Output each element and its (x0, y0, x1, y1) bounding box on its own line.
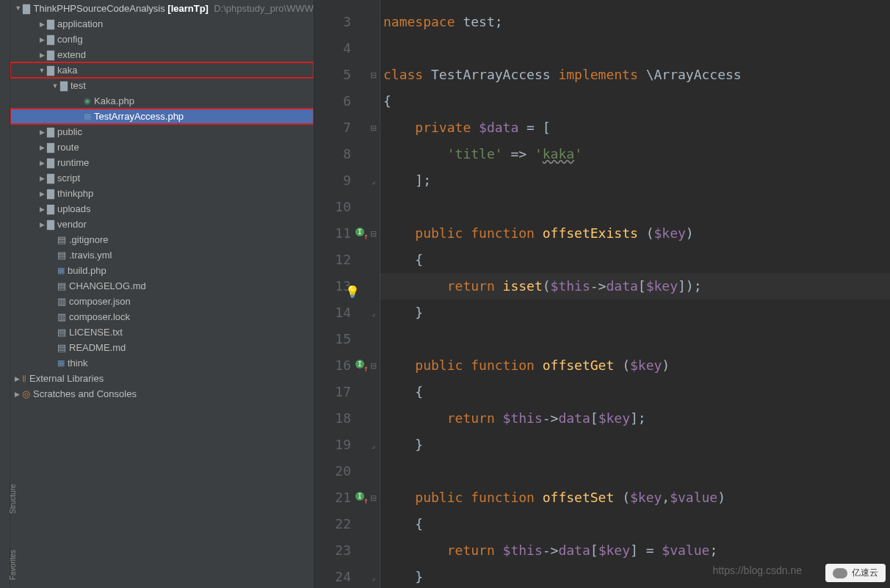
fold-marker[interactable] (367, 273, 380, 300)
tree-item[interactable]: ▶▇script (10, 170, 314, 186)
fold-marker[interactable]: ⌟ (367, 167, 380, 194)
tree-item-label: uploads (57, 203, 91, 214)
tree-item[interactable]: ▶▇application (10, 16, 314, 32)
tree-item[interactable]: ▦build.php (10, 263, 314, 278)
line-number[interactable]: 4 (314, 35, 367, 62)
line-number[interactable]: 20 (314, 458, 367, 484)
code-line[interactable]: 💡 return isset($this->data[$key]); (380, 273, 890, 300)
json-icon: ▥ (57, 296, 66, 307)
line-number[interactable]: 11I↑ (314, 220, 367, 247)
tool-window-bar[interactable]: Structure Favorites (0, 0, 10, 588)
fold-marker[interactable] (367, 458, 380, 484)
fold-marker[interactable] (367, 88, 380, 115)
tree-item[interactable]: ▤README.md (10, 340, 314, 355)
line-number[interactable]: 23 (314, 537, 367, 564)
line-number[interactable]: 12 (314, 247, 367, 273)
fold-marker[interactable]: ⌟ (367, 564, 380, 588)
line-number[interactable]: 10 (314, 194, 367, 220)
fold-marker[interactable] (367, 326, 380, 352)
fold-marker[interactable] (367, 511, 380, 537)
code-line[interactable]: private $data = [ (380, 115, 890, 141)
fold-marker[interactable]: ⊟ (367, 484, 380, 511)
line-number[interactable]: 6 (314, 88, 367, 115)
tree-item[interactable]: ▶▇thinkphp (10, 186, 314, 201)
fold-marker[interactable] (367, 405, 380, 432)
fold-marker[interactable] (367, 247, 380, 273)
code-line[interactable] (380, 458, 890, 484)
tree-item[interactable]: ▤CHANGELOG.md (10, 278, 314, 294)
tree-item[interactable]: ▥composer.json (10, 294, 314, 309)
code-line[interactable]: public function offsetGet ($key) (380, 352, 890, 379)
fold-column[interactable]: ⊟⊟⌟⊟⌟⊟⌟⊟⌟ (367, 0, 380, 588)
code-line[interactable]: return $this->data[$key]; (380, 405, 890, 432)
code-line[interactable]: { (380, 511, 890, 537)
tree-item[interactable]: ▶▇vendor (10, 217, 314, 232)
code-line[interactable]: } (380, 564, 890, 588)
tree-item[interactable]: ▶▇public (10, 124, 314, 139)
fold-marker[interactable] (367, 9, 380, 35)
watermark-url: https://blog.csdn.ne (713, 565, 802, 576)
fold-marker[interactable]: ⌟ (367, 432, 380, 458)
structure-tool-label[interactable]: Structure (9, 484, 17, 514)
line-number[interactable]: 16I↑ (314, 352, 367, 379)
line-number[interactable]: 24 (314, 564, 367, 588)
tree-item[interactable]: ▶▇route (10, 139, 314, 155)
tree-item[interactable]: ▶▇extend (10, 47, 314, 62)
favorites-tool-label[interactable]: Favorites (9, 550, 17, 580)
line-number[interactable]: 8 (314, 141, 367, 167)
code-line[interactable]: } (380, 432, 890, 458)
project-root-row[interactable]: ▼ ▇ ThinkPHPSourceCodeAnalysis [learnTp]… (10, 0, 314, 16)
code-line[interactable]: public function offsetExists ($key) (380, 220, 890, 247)
tree-item[interactable]: ▤LICENSE.txt (10, 324, 314, 340)
tree-item[interactable]: ◉Kaka.php (10, 93, 314, 109)
tree-item-label: route (57, 142, 79, 153)
code-area[interactable]: namespace test;class TestArrayAccess imp… (380, 0, 890, 588)
code-line[interactable]: { (380, 247, 890, 273)
tree-item[interactable]: ▦TestArrayAccess.php (10, 109, 314, 124)
line-number[interactable]: 9 (314, 167, 367, 194)
tree-item[interactable]: ▶▇uploads (10, 201, 314, 217)
code-line[interactable] (380, 35, 890, 62)
code-line[interactable]: } (380, 300, 890, 326)
line-number[interactable]: 3 (314, 9, 367, 35)
code-line[interactable]: { (380, 88, 890, 115)
intention-bulb-icon[interactable]: 💡 (345, 279, 360, 305)
code-line[interactable]: public function offsetSet ($key,$value) (380, 484, 890, 511)
code-line[interactable]: namespace test; (380, 9, 890, 35)
tree-item[interactable]: ▶▇runtime (10, 155, 314, 170)
line-number[interactable]: 22 (314, 511, 367, 537)
tree-item[interactable]: ▼▇test (10, 78, 314, 93)
fold-marker[interactable]: ⌟ (367, 300, 380, 326)
fold-marker[interactable] (367, 194, 380, 220)
tree-item[interactable]: ▤.travis.yml (10, 247, 314, 263)
code-line[interactable]: { (380, 379, 890, 405)
tree-item[interactable]: ▥composer.lock (10, 309, 314, 324)
code-line[interactable]: 'title' => 'kaka' (380, 141, 890, 167)
code-line[interactable]: ]; (380, 167, 890, 194)
fold-marker[interactable] (367, 141, 380, 167)
line-number[interactable]: 15 (314, 326, 367, 352)
scratches-row[interactable]: ▶ ◎ Scratches and Consoles (10, 386, 314, 402)
fold-marker[interactable] (367, 537, 380, 564)
line-number[interactable]: 7 (314, 115, 367, 141)
fold-marker[interactable]: ⊟ (367, 220, 380, 247)
fold-marker[interactable]: ⊟ (367, 62, 380, 88)
fold-marker[interactable]: ⊟ (367, 352, 380, 379)
line-number[interactable]: 19 (314, 432, 367, 458)
line-number[interactable]: 21I↑ (314, 484, 367, 511)
code-line[interactable]: class TestArrayAccess implements \ArrayA… (380, 62, 890, 88)
fold-marker[interactable] (367, 379, 380, 405)
fold-marker[interactable]: ⊟ (367, 115, 380, 141)
line-number[interactable]: 5 (314, 62, 367, 88)
line-number[interactable]: 17 (314, 379, 367, 405)
tree-item[interactable]: ▼▇kaka (10, 62, 314, 78)
code-line[interactable]: return $this->data[$key] = $value; (380, 537, 890, 564)
tree-item[interactable]: ▤.gitignore (10, 232, 314, 247)
tree-item[interactable]: ▦think (10, 355, 314, 371)
code-line[interactable] (380, 194, 890, 220)
external-libraries-row[interactable]: ▶ ⫴ External Libraries (10, 371, 314, 386)
tree-item[interactable]: ▶▇config (10, 32, 314, 47)
line-number[interactable]: 18 (314, 405, 367, 432)
fold-marker[interactable] (367, 35, 380, 62)
code-line[interactable] (380, 326, 890, 352)
